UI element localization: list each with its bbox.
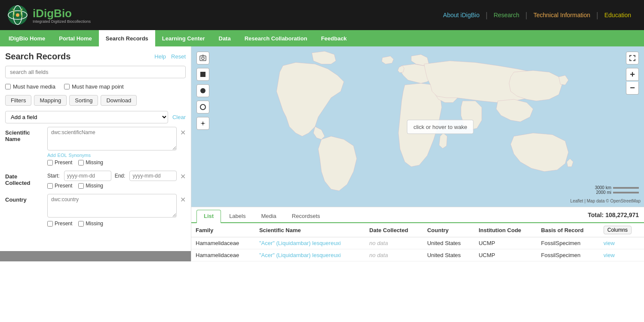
col-institution-code: Institution Code [474,223,537,237]
date-collected-remove[interactable]: ✕ [180,171,186,181]
scientific-name-link-1[interactable]: "Acer" (Liquidambar) lesquereuxi [259,240,341,246]
scale-3000km: 3000 km [595,185,639,190]
must-have-media-label[interactable]: Must have media [5,83,55,90]
scale-bar-mi [613,192,639,193]
country-cell-2: United States [423,249,475,261]
table-row: Hamamelidaceae "Acer" (Liquidambar) lesq… [191,237,644,249]
country-missing-label[interactable]: Missing [78,221,103,227]
map-area[interactable]: + − click or hover to wake 3000 km 2000 … [191,46,644,207]
end-label: End: [115,173,126,179]
filters-button[interactable]: Filters [5,95,31,106]
reset-link[interactable]: Reset [171,53,186,60]
sorting-button[interactable]: Sorting [69,95,98,106]
download-button[interactable]: Download [101,95,137,106]
scientific-name-textarea[interactable] [47,127,177,150]
results-section: List Labels Media Recordsets Total: 108,… [191,207,644,261]
date-end-input[interactable] [129,171,177,181]
fullscreen-icon [629,55,636,61]
map-tooltip: click or hover to wake [407,120,474,134]
add-field-row: Add a field Clear [0,109,191,127]
must-have-map-text: Must have map point [72,83,124,90]
map-sparkle-button[interactable] [196,117,209,130]
top-nav-research[interactable]: Research [488,12,525,18]
country-missing-checkbox[interactable] [78,221,84,227]
map-scale: 3000 km 2000 mi [595,185,639,195]
total-count: Total: 108,272,971 [588,212,639,221]
nav-bar: IDigBio Home Portal Home Search Records … [0,30,644,46]
columns-button[interactable]: Columns [604,226,632,234]
top-navigation: About iDigBio | Research | Technical Inf… [437,11,637,20]
map-fullscreen-button[interactable] [626,52,639,64]
top-nav-technical[interactable]: Technical Information [527,12,596,18]
nav-portal-home[interactable]: Portal Home [52,30,99,46]
map-screenshot-button[interactable] [196,52,209,64]
mapping-button[interactable]: Mapping [34,95,67,106]
start-label: Start: [47,173,60,179]
must-have-map-checkbox[interactable] [64,84,70,89]
country-textarea[interactable] [47,194,177,218]
nav-data[interactable]: Data [212,30,238,46]
country-present-checkbox[interactable] [47,221,53,227]
map-circle-button[interactable] [196,84,209,97]
country-cell-1: United States [423,237,475,249]
nav-learning-center[interactable]: Learning Center [155,30,212,46]
family-cell-2: Hamamelidaceae [191,249,255,261]
date-start-input[interactable] [64,171,111,181]
ring-icon [200,104,206,110]
nav-feedback[interactable]: Feedback [314,30,354,46]
synonyms-link[interactable]: Synonyms [69,153,91,158]
camera-icon [199,55,206,61]
view-link-1[interactable]: view [604,240,615,246]
tab-list[interactable]: List [196,210,221,223]
map-zoom-in-button[interactable]: + [626,68,639,81]
date-collected-cell-2: no data [369,252,388,258]
scientific-name-link-2[interactable]: "Acer" (Liquidambar) lesquereuxi [259,252,341,258]
search-records-title: Search Records [5,52,71,61]
country-remove[interactable]: ✕ [180,194,186,204]
scientific-present-label[interactable]: Present [47,159,72,166]
scientific-present-missing: Present Missing [47,159,177,166]
must-have-media-checkbox[interactable] [5,84,11,89]
must-have-map-label[interactable]: Must have map point [64,83,124,90]
scientific-present-checkbox[interactable] [47,160,53,166]
scientific-name-remove[interactable]: ✕ [180,127,186,137]
map-attribution: Leaflet | Map data © OpenStreetMap [570,199,641,203]
country-present-label[interactable]: Present [47,221,72,227]
view-link-2[interactable]: view [604,252,615,258]
country-field-row: Country Present Missing [5,194,186,227]
scientific-missing-label[interactable]: Missing [78,159,103,166]
top-nav-about[interactable]: About iDigBio [437,12,486,18]
add-field-select[interactable]: Add a field [5,111,168,123]
eol-link[interactable]: EOL [58,153,67,158]
nav-idigbio-home[interactable]: IDigBio Home [2,30,52,46]
date-missing-label[interactable]: Missing [78,183,103,189]
checkboxes-row: Must have media Must have map point [0,82,191,93]
map-square-button[interactable] [196,68,209,81]
search-input[interactable] [5,66,186,78]
left-bottom-bar [0,251,191,261]
date-present-checkbox[interactable] [47,183,53,189]
help-link[interactable]: Help [154,53,166,60]
scientific-missing-checkbox[interactable] [78,160,84,166]
header-links: Help Reset [154,53,186,60]
date-present-label[interactable]: Present [47,183,72,189]
add-link[interactable]: Add [47,153,56,158]
clear-link[interactable]: Clear [172,114,186,120]
results-table: Family Scientific Name Date Collected Co… [191,223,644,261]
nav-search-records[interactable]: Search Records [99,30,155,46]
col-country: Country [423,223,475,237]
date-missing-checkbox[interactable] [78,183,84,189]
tab-media[interactable]: Media [254,210,283,222]
scale-2000mi: 2000 mi [595,190,639,195]
tab-recordsets[interactable]: Recordsets [285,210,328,222]
top-nav-education[interactable]: Education [598,12,637,18]
logo-area: iDigBio Integrated Digitized Biocollecti… [7,4,91,26]
basis-of-record-cell-2: FossilSpecimen [537,249,599,261]
tab-labels[interactable]: Labels [222,210,253,222]
map-zoom-out-button[interactable]: − [626,82,639,95]
country-present-missing: Present Missing [47,221,177,227]
svg-point-9 [200,104,205,110]
scale-bar-km [613,187,639,189]
map-ring-button[interactable] [196,101,209,113]
nav-research-collab[interactable]: Research Collaboration [238,30,314,46]
